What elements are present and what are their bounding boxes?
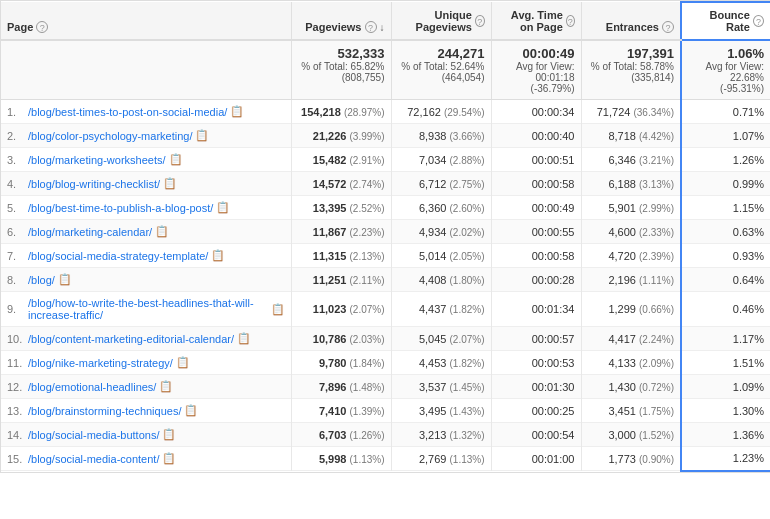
atp-help-icon[interactable]: ?: [566, 15, 575, 27]
bounce-rate-cell: 0.63%: [681, 220, 770, 244]
pv-value: 5,998: [319, 453, 347, 465]
external-link-icon[interactable]: 📋: [155, 225, 169, 238]
pageviews-help-icon[interactable]: ?: [365, 21, 377, 33]
bounce-rate-cell: 0.93%: [681, 244, 770, 268]
page-link[interactable]: /blog/color-psychology-marketing/: [28, 130, 192, 142]
unique-pageviews-cell: 4,934 (2.02%): [391, 220, 491, 244]
col-header-entrances[interactable]: Entrances ?: [581, 2, 681, 40]
bounce-rate-cell: 1.36%: [681, 423, 770, 447]
table-row: 1. /blog/best-times-to-post-on-social-me…: [1, 100, 770, 124]
page-link[interactable]: /blog/: [28, 274, 55, 286]
table-row: 10. /blog/content-marketing-editorial-ca…: [1, 327, 770, 351]
col-header-unique-pageviews[interactable]: Unique Pageviews ?: [391, 2, 491, 40]
br-help-icon[interactable]: ?: [753, 15, 764, 27]
avg-time-cell: 00:01:30: [491, 375, 581, 399]
row-number: 2.: [7, 130, 25, 142]
upv-pct: (1.80%): [449, 275, 484, 286]
page-link[interactable]: /blog/best-time-to-publish-a-blog-post/: [28, 202, 213, 214]
external-link-icon[interactable]: 📋: [195, 129, 209, 142]
pageviews-cell: 154,218 (28.97%): [291, 100, 391, 124]
pv-value: 11,315: [313, 250, 347, 262]
external-link-icon[interactable]: 📋: [159, 380, 173, 393]
page-link[interactable]: /blog/emotional-headlines/: [28, 381, 156, 393]
avg-time-cell: 00:00:57: [491, 327, 581, 351]
external-link-icon[interactable]: 📋: [58, 273, 72, 286]
external-link-icon[interactable]: 📋: [162, 428, 176, 441]
ent-pct: (2.99%): [639, 203, 674, 214]
page-link[interactable]: /blog/social-media-buttons/: [28, 429, 159, 441]
upv-pct: (29.54%): [444, 107, 485, 118]
upv-pct: (2.60%): [449, 203, 484, 214]
totals-upv-sub: % of Total: 52.64% (464,054): [398, 61, 485, 83]
row-number: 3.: [7, 154, 25, 166]
col-header-pageviews[interactable]: Pageviews ? ↓: [291, 2, 391, 40]
row-number: 11.: [7, 357, 25, 369]
entrances-cell: 8,718 (4.42%): [581, 124, 681, 148]
table-row: 9. /blog/how-to-write-the-best-headlines…: [1, 292, 770, 327]
upv-pct: (1.82%): [449, 304, 484, 315]
page-cell: 3. /blog/marketing-worksheets/ 📋: [1, 148, 291, 172]
row-number: 10.: [7, 333, 25, 345]
ent-help-icon[interactable]: ?: [662, 21, 674, 33]
page-link[interactable]: /blog/social-media-strategy-template/: [28, 250, 208, 262]
page-link[interactable]: /blog/marketing-worksheets/: [28, 154, 166, 166]
totals-entrances: 197,391 % of Total: 58.78% (335,814): [581, 40, 681, 100]
pv-pct: (1.48%): [349, 382, 384, 393]
page-cell: 7. /blog/social-media-strategy-template/…: [1, 244, 291, 268]
pv-pct: (2.74%): [349, 179, 384, 190]
pageviews-cell: 11,023 (2.07%): [291, 292, 391, 327]
pv-value: 21,226: [313, 130, 347, 142]
totals-bounce-rate: 1.06% Avg for View: 22.68% (-95.31%): [681, 40, 770, 100]
totals-atp-main: 00:00:49: [498, 46, 575, 61]
page-link[interactable]: /blog/nike-marketing-strategy/: [28, 357, 173, 369]
totals-atp-sub: Avg for View: 00:01:18 (-36.79%): [498, 61, 575, 94]
page-help-icon[interactable]: ?: [36, 21, 48, 33]
table-row: 4. /blog/blog-writing-checklist/ 📋 14,57…: [1, 172, 770, 196]
table-row: 13. /blog/brainstorming-techniques/ 📋 7,…: [1, 399, 770, 423]
external-link-icon[interactable]: 📋: [176, 356, 190, 369]
external-link-icon[interactable]: 📋: [169, 153, 183, 166]
pv-pct: (1.26%): [349, 430, 384, 441]
ent-col-label: Entrances: [606, 21, 659, 33]
upv-pct: (2.07%): [449, 334, 484, 345]
br-col-label: Bounce Rate: [688, 9, 750, 33]
external-link-icon[interactable]: 📋: [163, 177, 177, 190]
external-link-icon[interactable]: 📋: [162, 452, 176, 465]
row-number: 7.: [7, 250, 25, 262]
totals-br-main: 1.06%: [688, 46, 764, 61]
col-header-bounce-rate[interactable]: Bounce Rate ?: [681, 2, 770, 40]
page-cell: 2. /blog/color-psychology-marketing/ 📋: [1, 124, 291, 148]
external-link-icon[interactable]: 📋: [184, 404, 198, 417]
page-link[interactable]: /blog/social-media-content/: [28, 453, 159, 465]
page-link[interactable]: /blog/how-to-write-the-best-headlines-th…: [28, 297, 268, 321]
table-body: 1. /blog/best-times-to-post-on-social-me…: [1, 100, 770, 471]
pageviews-cell: 11,251 (2.11%): [291, 268, 391, 292]
pageviews-cell: 7,410 (1.39%): [291, 399, 391, 423]
col-header-avg-time[interactable]: Avg. Time on Page ?: [491, 2, 581, 40]
page-cell: 14. /blog/social-media-buttons/ 📋: [1, 423, 291, 447]
upv-help-icon[interactable]: ?: [475, 15, 485, 27]
upv-pct: (2.88%): [449, 155, 484, 166]
external-link-icon[interactable]: 📋: [237, 332, 251, 345]
col-header-page: Page ?: [1, 2, 291, 40]
unique-pageviews-cell: 5,045 (2.07%): [391, 327, 491, 351]
external-link-icon[interactable]: 📋: [216, 201, 230, 214]
avg-time-cell: 00:00:51: [491, 148, 581, 172]
unique-pageviews-cell: 3,213 (1.32%): [391, 423, 491, 447]
page-link[interactable]: /blog/marketing-calendar/: [28, 226, 152, 238]
external-link-icon[interactable]: 📋: [230, 105, 244, 118]
page-link[interactable]: /blog/content-marketing-editorial-calend…: [28, 333, 234, 345]
external-link-icon[interactable]: 📋: [211, 249, 225, 262]
ent-pct: (2.33%): [639, 227, 674, 238]
pv-value: 11,867: [313, 226, 347, 238]
page-link[interactable]: /blog/blog-writing-checklist/: [28, 178, 160, 190]
avg-time-cell: 00:00:58: [491, 244, 581, 268]
pv-pct: (2.23%): [349, 227, 384, 238]
avg-time-cell: 00:00:34: [491, 100, 581, 124]
external-link-icon[interactable]: 📋: [271, 303, 285, 316]
pv-value: 11,023: [313, 303, 347, 315]
bounce-rate-cell: 0.64%: [681, 268, 770, 292]
pageviews-cell: 21,226 (3.99%): [291, 124, 391, 148]
page-link[interactable]: /blog/best-times-to-post-on-social-media…: [28, 106, 227, 118]
page-link[interactable]: /blog/brainstorming-techniques/: [28, 405, 181, 417]
